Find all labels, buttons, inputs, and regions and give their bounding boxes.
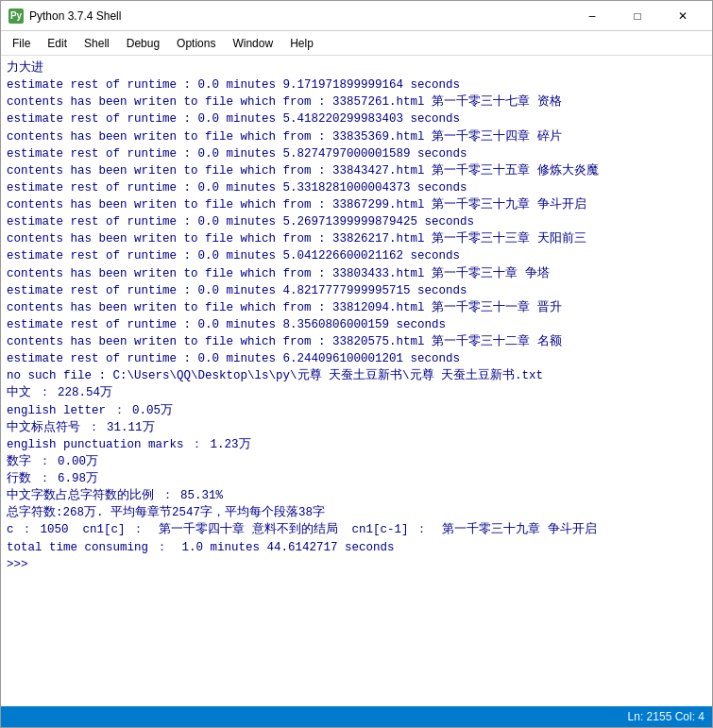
shell-line: >>> <box>7 556 706 573</box>
shell-line: estimate rest of runtime : 0.0 minutes 9… <box>7 76 706 93</box>
menu-item-options[interactable]: Options <box>169 35 223 52</box>
cursor-position: Ln: 2155 Col: 4 <box>628 710 705 723</box>
shell-line: contents has been writen to file which f… <box>7 299 706 316</box>
shell-line: contents has been writen to file which f… <box>7 128 706 145</box>
menu-item-window[interactable]: Window <box>225 35 280 52</box>
maximize-button[interactable]: □ <box>616 5 659 27</box>
shell-line: estimate rest of runtime : 0.0 minutes 5… <box>7 145 706 162</box>
shell-line: 行数 ： 6.98万 <box>7 470 706 487</box>
menu-item-shell[interactable]: Shell <box>76 35 117 52</box>
shell-line: 总字符数:268万. 平均每章节2547字，平均每个段落38字 <box>7 504 706 521</box>
main-window: Py Python 3.7.4 Shell – □ ✕ FileEditShel… <box>0 0 713 728</box>
shell-line: 中文 ： 228.54万 <box>7 384 706 401</box>
shell-line: 中文标点符号 ： 31.11万 <box>7 419 706 436</box>
shell-line: estimate rest of runtime : 0.0 minutes 5… <box>7 247 706 264</box>
shell-line: contents has been writen to file which f… <box>7 162 706 179</box>
menu-bar: FileEditShellDebugOptionsWindowHelp <box>1 31 712 56</box>
shell-line: contents has been writen to file which f… <box>7 230 706 247</box>
shell-line: 数字 ： 0.00万 <box>7 453 706 470</box>
title-bar: Py Python 3.7.4 Shell – □ ✕ <box>1 1 712 31</box>
shell-line: 中文字数占总字符数的比例 ： 85.31% <box>7 487 706 504</box>
title-bar-left: Py Python 3.7.4 Shell <box>8 8 121 24</box>
menu-item-edit[interactable]: Edit <box>40 35 75 52</box>
shell-line: no such file : C:\Users\QQ\Desktop\ls\py… <box>7 367 706 384</box>
shell-line: contents has been writen to file which f… <box>7 265 706 282</box>
shell-line: estimate rest of runtime : 0.0 minutes 5… <box>7 110 706 127</box>
shell-line: contents has been writen to file which f… <box>7 333 706 350</box>
shell-line: contents has been writen to file which f… <box>7 93 706 110</box>
minimize-button[interactable]: – <box>570 5 614 27</box>
shell-line: english letter ： 0.05万 <box>7 402 706 419</box>
menu-item-debug[interactable]: Debug <box>119 35 167 52</box>
menu-item-file[interactable]: File <box>5 35 38 52</box>
window-controls: – □ ✕ <box>570 5 705 27</box>
shell-line: estimate rest of runtime : 0.0 minutes 5… <box>7 179 706 196</box>
shell-line: 力大进 <box>7 59 706 76</box>
shell-output[interactable]: 力大进estimate rest of runtime : 0.0 minute… <box>1 56 712 706</box>
menu-item-help[interactable]: Help <box>282 35 321 52</box>
shell-line: estimate rest of runtime : 0.0 minutes 8… <box>7 316 706 333</box>
status-bar: Ln: 2155 Col: 4 <box>1 706 712 727</box>
close-button[interactable]: ✕ <box>661 5 705 27</box>
shell-line: estimate rest of runtime : 0.0 minutes 6… <box>7 350 706 367</box>
shell-line: estimate rest of runtime : 0.0 minutes 4… <box>7 282 706 299</box>
shell-line: english punctuation marks ： 1.23万 <box>7 436 706 453</box>
shell-line: total time consuming ： 1.0 minutes 44.61… <box>7 539 706 556</box>
shell-line: c ： 1050 cn1[c] ： 第一千零四十章 意料不到的结局 cn1[c-… <box>7 521 706 538</box>
python-icon: Py <box>8 8 24 24</box>
shell-line: contents has been writen to file which f… <box>7 196 706 213</box>
window-title: Python 3.7.4 Shell <box>29 9 121 23</box>
shell-line: estimate rest of runtime : 0.0 minutes 5… <box>7 213 706 230</box>
